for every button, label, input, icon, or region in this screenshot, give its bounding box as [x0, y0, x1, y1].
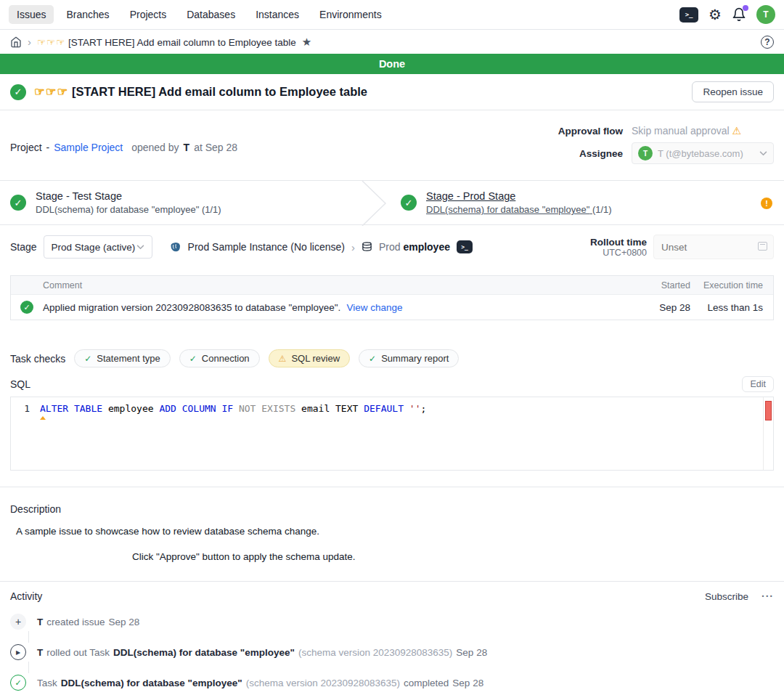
- more-menu-icon[interactable]: ···: [761, 590, 774, 602]
- check-icon: ✓: [84, 354, 91, 364]
- issue-meta: Project - Sample Project opened by T at …: [0, 110, 784, 180]
- activity-item-created: + T created issue Sep 28: [10, 612, 774, 631]
- assignee-label: Assignee: [558, 148, 623, 159]
- approval-flow-row: Approval flow Skip manual approval ⚠: [558, 125, 774, 137]
- chevron-down-icon: [759, 151, 767, 156]
- stage-prod[interactable]: ✓ Stage - Prod Stage DDL(schema) for dat…: [361, 181, 612, 224]
- sql-hint-caret: [40, 416, 46, 420]
- stage-separator-chevron: [361, 181, 387, 226]
- project-label: Project: [10, 142, 42, 153]
- task-checks: Task checks ✓ Statement type ✓ Connectio…: [0, 349, 784, 367]
- settings-gear-icon[interactable]: ⚙: [709, 7, 722, 22]
- reopen-issue-button[interactable]: Reopen issue: [692, 81, 774, 102]
- sql-editor[interactable]: 1 ALTER TABLE employee ADD COLUMN IF NOT…: [10, 397, 774, 471]
- error-marker: [765, 401, 772, 420]
- stage-test-name: Stage - Test Stage: [36, 190, 221, 202]
- activity-list: + T created issue Sep 28 ▶ T rolled out …: [10, 612, 774, 692]
- stage-alert-icon[interactable]: !: [761, 198, 772, 209]
- stage-prod-check-icon: ✓: [401, 195, 417, 211]
- help-icon[interactable]: ?: [761, 36, 774, 49]
- opened-at-text: at Sep 28: [194, 142, 237, 153]
- activity-item-completed: ✓ Task DDL(schema) for database "employe…: [10, 673, 774, 692]
- stage-prod-name: Stage - Prod Stage: [426, 190, 612, 202]
- activity-header: Activity Subscribe ···: [10, 590, 774, 602]
- check-pill-sql-review[interactable]: ⚠ SQL review: [269, 349, 350, 367]
- warning-triangle-icon: ⚠: [279, 354, 287, 364]
- home-icon[interactable]: [10, 36, 22, 48]
- check-icon: ✓: [369, 354, 376, 364]
- nav-item-issues[interactable]: Issues: [9, 5, 54, 24]
- task-table-row[interactable]: ✓ Applied migration version 202309280836…: [11, 295, 773, 320]
- breadcrumb-title: ☞☞☞ [START HERE] Add email column to Emp…: [37, 36, 296, 48]
- project-link[interactable]: Sample Project: [54, 142, 123, 153]
- opened-by-text: opened by: [131, 142, 179, 153]
- user-avatar[interactable]: T: [756, 5, 775, 24]
- activity-section: Activity Subscribe ··· + T created issue…: [0, 582, 784, 692]
- line-number: 1: [11, 403, 40, 414]
- issue-header: ✓ ☞☞☞ [START HERE] Add email column to E…: [0, 74, 784, 110]
- subscribe-button[interactable]: Subscribe: [705, 591, 748, 602]
- stage-prod-task: DDL(schema) for database "employee" (1/1…: [426, 204, 612, 215]
- calendar-icon: [758, 242, 767, 251]
- activity-label: Activity: [10, 590, 42, 602]
- approval-flow-value: Skip manual approval ⚠: [632, 125, 774, 137]
- stage-test[interactable]: ✓ Stage - Test Stage DDL(schema) for dat…: [0, 181, 361, 224]
- sql-code-row: 1 ALTER TABLE employee ADD COLUMN IF NOT…: [11, 397, 773, 414]
- activity-connector: [28, 662, 29, 673]
- stage-test-task: DDL(schema) for database "employee" (1/1…: [36, 204, 221, 215]
- open-in-editor-icon[interactable]: >_: [457, 240, 473, 253]
- header-started: Started: [632, 280, 690, 290]
- nav-item-databases[interactable]: Databases: [179, 5, 243, 24]
- row-comment: Applied migration version 20230928083635…: [43, 302, 340, 313]
- activity-item-rollout: ▶ T rolled out Task DDL(schema) for data…: [10, 643, 774, 662]
- opened-by-actor: T: [184, 142, 190, 153]
- assignee-row: Assignee T T (t@bytebase.com): [558, 142, 774, 164]
- star-icon[interactable]: ★: [302, 36, 311, 49]
- stage-strip: ✓ Stage - Test Stage DDL(schema) for dat…: [0, 180, 784, 225]
- plus-icon: +: [10, 614, 26, 630]
- row-started: Sep 28: [632, 302, 690, 313]
- rollout-time-input[interactable]: [653, 235, 774, 259]
- instance-link[interactable]: Prod Sample Instance (No license): [188, 241, 345, 253]
- sql-editor-icon[interactable]: >_: [679, 7, 698, 23]
- rollout-block: Rollout time UTC+0800: [590, 235, 774, 259]
- rollout-time-label: Rollout time: [590, 237, 647, 248]
- chevron-down-icon: [136, 245, 144, 250]
- description-label: Description: [10, 503, 774, 515]
- nav-item-branches[interactable]: Branches: [58, 5, 117, 24]
- description-line: A sample issue to showcase how to review…: [10, 526, 774, 537]
- nav-item-projects[interactable]: Projects: [122, 5, 175, 24]
- meta-right-panel: Approval flow Skip manual approval ⚠ Ass…: [558, 125, 774, 170]
- project-dash: -: [46, 142, 50, 153]
- stage-select[interactable]: Prod Stage (active): [44, 235, 152, 259]
- header-execution-time: Execution time: [698, 280, 773, 290]
- status-banner: Done: [0, 54, 784, 74]
- assignee-avatar: T: [638, 146, 653, 160]
- row-execution-time: Less than 1s: [698, 302, 773, 313]
- nav-item-environments[interactable]: Environments: [311, 5, 390, 24]
- database-icon: [362, 241, 372, 253]
- check-pill-summary-report[interactable]: ✓ Summary report: [359, 349, 459, 367]
- task-table: Comment Started Execution time ✓ Applied…: [10, 275, 774, 320]
- task-checks-label: Task checks: [10, 353, 65, 365]
- notification-dot: [743, 5, 748, 11]
- check-pill-connection[interactable]: ✓ Connection: [179, 349, 260, 367]
- assignee-select[interactable]: T T (t@bytebase.com): [632, 142, 774, 164]
- breadcrumb: › ☞☞☞ [START HERE] Add email column to E…: [0, 30, 784, 54]
- postgresql-icon: [169, 241, 181, 253]
- check-pill-statement-type[interactable]: ✓ Statement type: [74, 349, 171, 367]
- chevron-right-icon: ›: [351, 241, 355, 253]
- view-change-link[interactable]: View change: [346, 302, 402, 313]
- project-line: Project - Sample Project opened by T at …: [10, 125, 237, 170]
- sql-edit-button[interactable]: Edit: [742, 376, 774, 392]
- play-circle-icon: ▶: [10, 644, 26, 660]
- top-nav: Issues Branches Projects Databases Insta…: [0, 0, 784, 30]
- editor-scrollbar[interactable]: [763, 397, 773, 470]
- notifications-bell[interactable]: [732, 7, 746, 22]
- sql-label: SQL: [10, 378, 30, 390]
- database-link[interactable]: Prod employee: [379, 241, 450, 253]
- nav-item-instances[interactable]: Instances: [248, 5, 307, 24]
- description-line: Click "Approve" button to apply the sche…: [10, 551, 774, 562]
- nav-actions: >_ ⚙ T: [679, 5, 775, 24]
- approval-flow-label: Approval flow: [558, 126, 623, 137]
